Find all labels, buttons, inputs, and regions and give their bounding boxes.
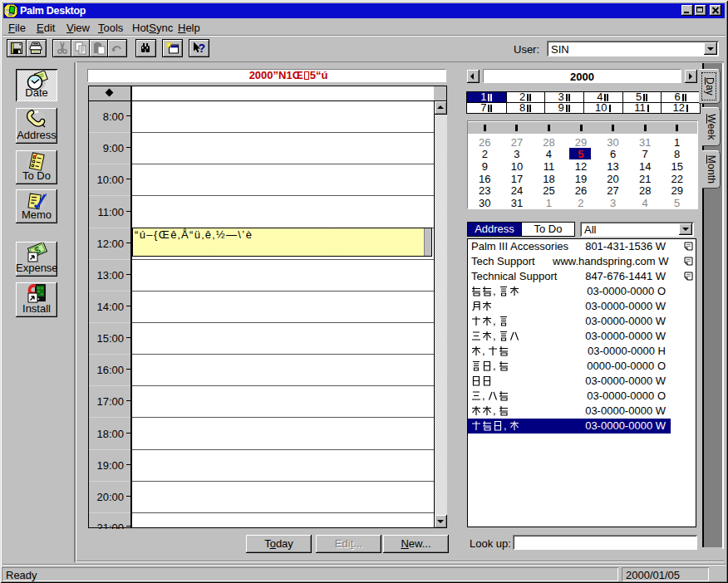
- svg-text:?: ?: [199, 42, 206, 55]
